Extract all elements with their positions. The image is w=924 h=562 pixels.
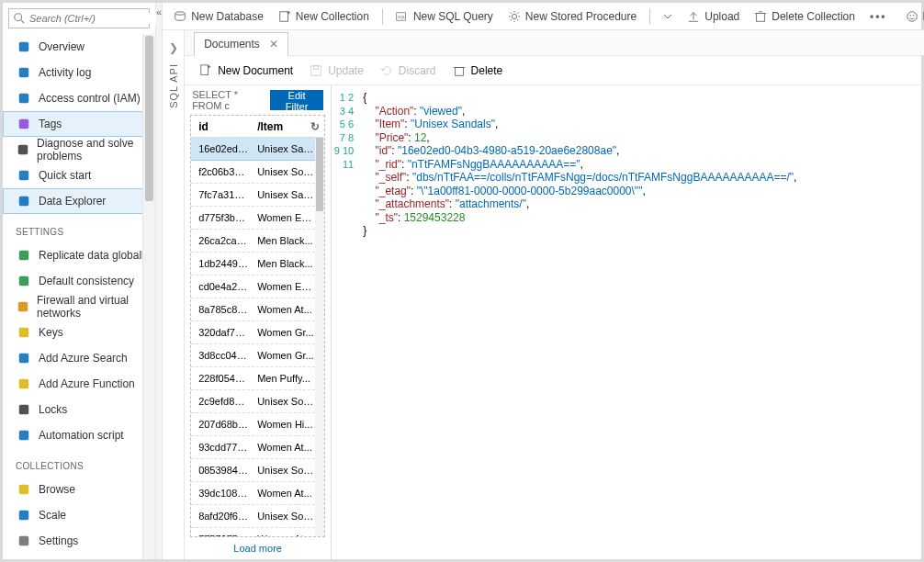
upload-button[interactable]: Upload xyxy=(682,3,745,29)
more-button[interactable]: ••• xyxy=(864,3,893,29)
sp-dropdown[interactable] xyxy=(658,3,678,29)
search-box[interactable] xyxy=(8,8,150,28)
table-row[interactable]: 8a785c83-...Women At... xyxy=(191,298,315,321)
sidebar-item-settings-0[interactable]: Replicate data globally xyxy=(3,242,155,268)
svg-rect-18 xyxy=(19,511,29,521)
svg-rect-13 xyxy=(19,354,29,364)
sidebar-item-main-5[interactable]: Quick start xyxy=(3,163,155,188)
sidebar-item-label: Settings xyxy=(39,534,78,547)
svg-rect-28 xyxy=(757,13,765,21)
row-item: Women At... xyxy=(250,442,315,453)
list-scrollbar[interactable] xyxy=(315,138,324,536)
table-row[interactable]: 8afd20f6-f...Unisex Soc... xyxy=(191,505,315,528)
sidebar-item-main-4[interactable]: Diagnose and solve problems xyxy=(3,137,155,163)
sidebar-item-main-1[interactable]: Activity log xyxy=(3,60,155,85)
tab-documents[interactable]: Documents ✕ xyxy=(194,32,288,56)
sidebar-item-collections-2[interactable]: Settings xyxy=(3,528,155,554)
sidebar-item-label: Diagnose and solve problems xyxy=(37,137,154,163)
table-row[interactable]: 77576752-...Women At... xyxy=(191,528,315,536)
key-icon xyxy=(17,325,31,340)
new-collection-button[interactable]: New Collection xyxy=(273,3,375,29)
tab-bar: Documents ✕ xyxy=(185,30,924,56)
new-doc-icon xyxy=(199,64,212,77)
sidebar-item-collections-3[interactable]: Document Explorer xyxy=(3,554,155,559)
sidebar-item-settings-2[interactable]: Firewall and virtual networks xyxy=(3,294,155,320)
table-row[interactable]: cd0e4a29-...Women Ea... xyxy=(191,275,315,298)
update-button: Update xyxy=(304,64,369,77)
table-row[interactable]: 228f0543-...Men Puffy... xyxy=(191,367,315,390)
automation-icon xyxy=(17,428,31,443)
smile-icon xyxy=(906,10,918,23)
svg-text:SQL: SQL xyxy=(398,15,406,19)
table-row[interactable]: 93cdd77f-...Women At... xyxy=(191,436,315,459)
sidebar-item-settings-4[interactable]: Add Azure Search xyxy=(3,345,155,371)
svg-rect-2 xyxy=(19,42,29,52)
row-item: Women At... xyxy=(250,488,315,499)
sidebar-item-main-3[interactable]: Tags xyxy=(3,111,155,137)
edit-filter-button[interactable]: Edit Filter xyxy=(270,90,323,110)
svg-rect-19 xyxy=(19,536,29,546)
row-item: Unisex San... xyxy=(250,189,315,200)
sidebar-item-settings-1[interactable]: Default consistency xyxy=(3,268,155,294)
sidebar-item-label: Replicate data globally xyxy=(39,249,150,262)
feedback-button[interactable]: Feedback xyxy=(900,3,924,29)
table-row[interactable]: 3d8cc049-...Women Gr... xyxy=(191,344,315,367)
list-header-id[interactable]: id xyxy=(191,120,250,133)
sidebar-item-settings-5[interactable]: Add Azure Function xyxy=(3,371,155,397)
row-id: 2c9efd80-... xyxy=(191,396,250,407)
new-sp-button[interactable]: New Stored Procedure xyxy=(502,3,642,29)
table-row[interactable]: d775f3b8-...Women Ea... xyxy=(191,207,315,230)
expand-tree-button[interactable]: ❯ xyxy=(169,30,178,63)
table-row[interactable]: 08539846-...Unisex Soc... xyxy=(191,459,315,482)
search-input[interactable] xyxy=(26,13,157,24)
sidebar-item-label: Data Explorer xyxy=(39,195,106,208)
new-coll-icon xyxy=(278,10,291,23)
json-editor[interactable]: 1 2 3 4 5 6 7 8 9 10 11 { "Action": "vie… xyxy=(332,85,924,559)
tag-icon xyxy=(17,117,31,131)
sidebar-item-main-0[interactable]: Overview xyxy=(3,34,155,60)
sidebar-item-main-2[interactable]: Access control (IAM) xyxy=(3,85,155,111)
table-row[interactable]: 207d68bc-...Women Hi... xyxy=(191,413,315,436)
document-list: id /Item ↻ 16e02ed0-...Unisex San...f2c0… xyxy=(190,115,325,537)
load-more-link[interactable]: Load more xyxy=(185,537,331,559)
svg-rect-11 xyxy=(18,302,28,312)
row-item: Men Puffy... xyxy=(250,373,315,384)
svg-point-27 xyxy=(512,14,516,18)
delete-document-button[interactable]: Delete xyxy=(447,64,509,77)
table-row[interactable]: 26ca2cab-...Men Black... xyxy=(191,230,315,253)
sidebar-item-label: Automation script xyxy=(39,429,124,442)
sidebar-item-main-6[interactable]: Data Explorer xyxy=(3,188,155,214)
dataexplorer-icon xyxy=(17,194,31,208)
svg-rect-4 xyxy=(19,94,29,104)
sidebar-item-label: Add Azure Search xyxy=(39,352,128,365)
table-row[interactable]: 2c9efd80-...Unisex Soc... xyxy=(191,390,315,413)
table-row[interactable]: 320daf75-...Women Gr... xyxy=(191,321,315,344)
delete-collection-button[interactable]: Delete Collection xyxy=(749,3,861,29)
filter-query-text: SELECT * FROM c xyxy=(192,89,263,111)
row-id: 207d68bc-... xyxy=(191,419,250,430)
new-db-icon xyxy=(174,10,186,23)
new-database-button[interactable]: New Database xyxy=(168,3,269,29)
svg-rect-15 xyxy=(19,405,29,415)
sidebar-item-collections-0[interactable]: Browse xyxy=(3,477,155,502)
list-header-item[interactable]: /Item xyxy=(250,120,306,133)
sidebar-scrollbar[interactable] xyxy=(142,34,155,559)
sidebar-item-settings-7[interactable]: Automation script xyxy=(3,422,155,448)
table-row[interactable]: f2c06b3a-...Unisex Soc... xyxy=(191,161,315,184)
close-tab-icon[interactable]: ✕ xyxy=(269,38,278,51)
sidebar-item-collections-1[interactable]: Scale xyxy=(3,502,155,528)
sidebar-item-label: Locks xyxy=(39,403,67,416)
row-id: 3d8cc049-... xyxy=(191,350,250,361)
table-row[interactable]: 7fc7a31b-...Unisex San... xyxy=(191,184,315,207)
table-row[interactable]: 16e02ed0-...Unisex San... xyxy=(191,138,315,161)
sidebar-item-settings-3[interactable]: Keys xyxy=(3,320,155,345)
table-row[interactable]: 1db2449e-...Men Black... xyxy=(191,253,315,275)
sidebar-item-label: Default consistency xyxy=(39,275,134,287)
collapse-sidebar[interactable]: « xyxy=(156,3,163,559)
svg-rect-5 xyxy=(19,119,29,129)
table-row[interactable]: 39dc1082-...Women At... xyxy=(191,482,315,505)
new-document-button[interactable]: New Document xyxy=(194,64,299,77)
sidebar-item-settings-6[interactable]: Locks xyxy=(3,397,155,422)
refresh-icon[interactable]: ↻ xyxy=(306,120,324,133)
new-sql-button[interactable]: SQLNew SQL Query xyxy=(390,3,499,29)
